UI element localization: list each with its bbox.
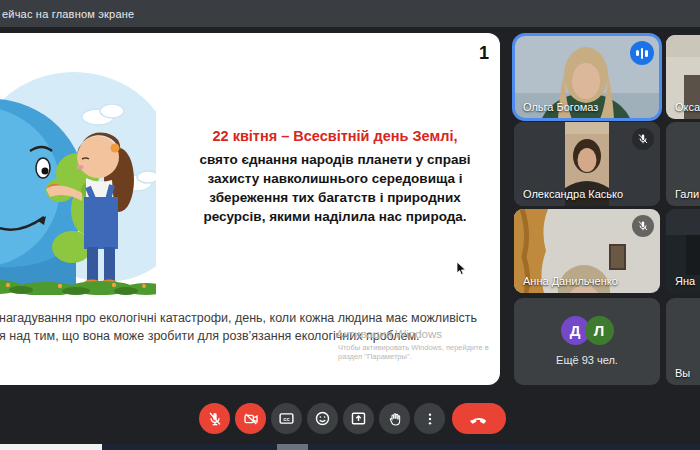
participant-name: Яна (675, 275, 695, 287)
slide-body-line: збереження тих багатств і природних (170, 188, 500, 207)
captions-button[interactable]: cc (271, 403, 302, 434)
end-call-icon (469, 409, 489, 429)
participant-name: Олександра Касько (523, 188, 623, 200)
avatar: Л (585, 316, 614, 345)
participant-name: Гали (675, 188, 699, 200)
shared-screen-presentation: 1 (0, 33, 500, 385)
meet-window: ейчас на главном экране 1 (0, 0, 700, 450)
windows-activation-watermark: Активация Windows (336, 328, 442, 340)
slide-body-text: свято єднання народів планети у справі з… (170, 150, 500, 226)
mic-off-button[interactable] (199, 403, 230, 434)
participant-name: Ольга Богомаз (523, 101, 598, 113)
more-participants-count: Ещё 93 чел. (514, 354, 660, 366)
mic-muted-icon (632, 128, 654, 150)
slide-body-line: ресурсів, якими наділила нас природа. (170, 207, 500, 226)
emoji-icon (314, 410, 331, 427)
overflow-avatars: Д Л (514, 316, 660, 345)
raise-hand-icon (387, 411, 403, 427)
mic-off-icon (207, 411, 223, 427)
end-call-button[interactable] (452, 403, 506, 434)
participant-tile[interactable]: Анна Данильченко (514, 209, 660, 293)
emoji-reactions-button[interactable] (307, 403, 338, 434)
participant-name: Вы (675, 367, 690, 379)
more-options-icon (422, 411, 438, 427)
presenting-banner-text: ейчас на главном экране (2, 8, 134, 20)
background-window-page (0, 444, 102, 450)
windows-activation-watermark-line2: Чтобы активировать Windows, перейдите в (338, 343, 489, 352)
horizontal-scrollbar-thumb[interactable] (277, 444, 308, 450)
camera-off-icon (243, 411, 259, 427)
slide-body-line: захисту навколишнього середовища і (170, 169, 500, 188)
windows-activation-watermark-line3: раздел "Параметры". (338, 352, 412, 361)
participant-tile[interactable]: Яна (666, 209, 700, 293)
present-screen-button[interactable] (343, 403, 374, 434)
earth-hug-illustration (0, 55, 156, 295)
slide-title: 22 квітня – Всесвітній день Землі, (170, 128, 500, 144)
participant-tile[interactable]: Ольга Богомаз (514, 35, 660, 119)
slide-page-number: 1 (479, 43, 489, 64)
participant-name: Окса (675, 101, 700, 113)
participant-tile[interactable]: Гали (666, 122, 700, 206)
slide-footer-line: нагадування про екологічні катастрофи, д… (0, 309, 499, 327)
self-view-tile[interactable]: Вы (666, 298, 700, 385)
speaking-indicator-icon (630, 41, 654, 65)
participant-tile[interactable]: Окса (666, 35, 700, 119)
mouse-cursor (456, 261, 467, 276)
mic-muted-icon (632, 215, 654, 237)
presenting-banner: ейчас на главном экране (0, 0, 700, 27)
camera-off-button[interactable] (235, 403, 266, 434)
present-icon (350, 410, 367, 427)
overflow-participants-tile[interactable]: Д Л Ещё 93 чел. (514, 298, 660, 385)
participant-name: Анна Данильченко (523, 275, 618, 287)
raise-hand-button[interactable] (379, 403, 410, 434)
more-options-button[interactable] (414, 403, 445, 434)
svg-text:cc: cc (283, 416, 289, 422)
background-window-edge (0, 444, 700, 450)
captions-icon: cc (278, 410, 295, 427)
participant-tile[interactable]: Олександра Касько (514, 122, 660, 206)
slide-body-line: свято єднання народів планети у справі (170, 150, 500, 169)
